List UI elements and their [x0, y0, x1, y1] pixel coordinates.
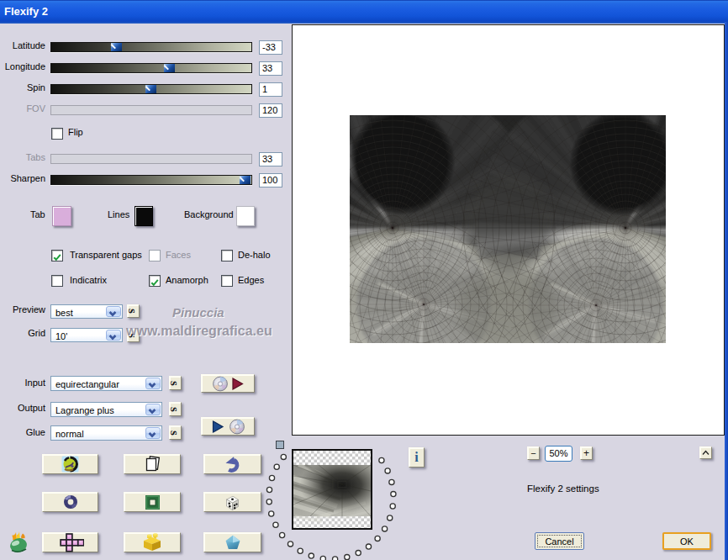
svg-text:s: s: [170, 407, 181, 412]
svg-text:s: s: [128, 309, 139, 314]
svg-text:s: s: [170, 431, 181, 436]
svg-text:s: s: [170, 381, 181, 386]
